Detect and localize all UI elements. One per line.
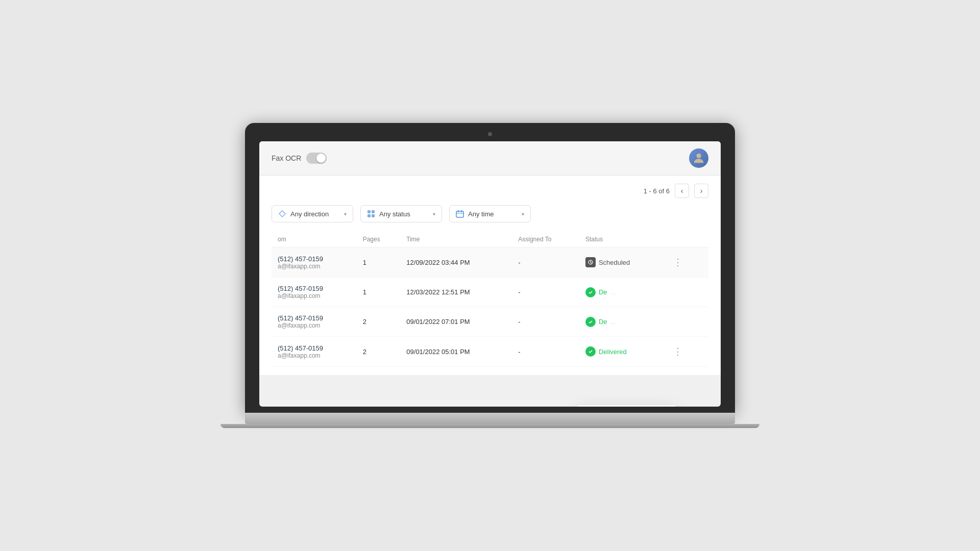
status-cell: Delivered: [579, 337, 664, 367]
actions-cell: [663, 307, 708, 337]
status-chevron-icon: ▾: [433, 211, 435, 217]
svg-rect-3: [368, 210, 371, 213]
status-icon: [367, 210, 375, 218]
direction-chevron-icon: ▾: [344, 211, 347, 217]
pages-cell: 1: [357, 278, 401, 307]
fax-ocr-toggle[interactable]: [306, 153, 327, 164]
laptop-foot: [220, 424, 760, 428]
table-row: (512) 457-0159 a@ifaxapp.com 2 09/01/202…: [272, 337, 708, 367]
status-cell: De ...: [579, 307, 664, 337]
col-pages: Pages: [357, 232, 401, 247]
delivered-icon: [585, 346, 596, 357]
status-label: Scheduled: [599, 259, 630, 266]
col-time: Time: [400, 232, 512, 247]
time-chevron-icon: ▾: [522, 211, 524, 217]
pages-cell: 2: [357, 307, 401, 337]
actions-cell: ⋮: [663, 247, 708, 278]
time-cell: 09/01/2022 05:01 PM: [400, 337, 512, 367]
status-badge-scheduled: Scheduled: [585, 257, 657, 267]
direction-filter-label: Any direction: [290, 210, 329, 218]
more-actions-button[interactable]: ⋮: [669, 255, 702, 270]
from-cell: (512) 457-0159 a@ifaxapp.com: [272, 278, 357, 307]
email-address: a@ifaxapp.com: [278, 322, 351, 329]
table-row: (512) 457-0159 a@ifaxapp.com 1 12/03/202…: [272, 278, 708, 307]
status-label: De: [599, 318, 607, 325]
status-label: Delivered: [599, 348, 627, 356]
assigned-cell: -: [512, 307, 579, 337]
assigned-cell: -: [512, 247, 579, 278]
phone-number: (512) 457-0159: [278, 344, 351, 352]
pages-cell: 1: [357, 247, 401, 278]
svg-rect-4: [372, 210, 375, 213]
actions-cell: [663, 278, 708, 307]
laptop-base: [245, 413, 735, 424]
fax-ocr-label: Fax OCR: [272, 154, 301, 162]
status-cell: De ...: [579, 278, 664, 307]
status-cell: Scheduled: [579, 247, 664, 278]
more-actions-button[interactable]: ⋮: [669, 344, 702, 359]
delivered-icon: [585, 317, 596, 327]
assigned-cell: -: [512, 337, 579, 367]
screen-bezel: Fax OCR 1 - 6 of 6 ‹ ›: [245, 123, 735, 413]
status-filter-label: Any status: [379, 210, 410, 218]
direction-icon: [278, 210, 286, 218]
app-header: Fax OCR: [259, 141, 721, 176]
app-content: 1 - 6 of 6 ‹ › Any direction: [259, 176, 721, 375]
time-cell: 12/09/2022 03:44 PM: [400, 247, 512, 278]
screen: Fax OCR 1 - 6 of 6 ‹ ›: [259, 141, 721, 407]
svg-rect-6: [372, 214, 375, 217]
fax-table: om Pages Time Assigned To Status: [272, 232, 708, 367]
email-address: a@ifaxapp.com: [278, 292, 351, 299]
status-filter[interactable]: Any status ▾: [360, 205, 442, 222]
status-badge-delivered: De ...: [585, 287, 657, 297]
svg-rect-5: [368, 214, 371, 217]
context-menu: Send Now Reschedule: [576, 405, 678, 407]
svg-line-13: [591, 262, 592, 263]
phone-number: (512) 457-0159: [278, 285, 351, 292]
next-page-button[interactable]: ›: [694, 184, 708, 198]
prev-page-button[interactable]: ‹: [675, 184, 689, 198]
phone-number: (512) 457-0159: [278, 255, 351, 263]
pagination-bar: 1 - 6 of 6 ‹ ›: [272, 184, 708, 198]
phone-number: (512) 457-0159: [278, 314, 351, 322]
col-from: om: [272, 232, 357, 247]
calendar-icon: [456, 210, 464, 218]
time-filter[interactable]: Any time ▾: [449, 205, 531, 222]
direction-filter[interactable]: Any direction ▾: [272, 205, 353, 222]
table-row: (512) 457-0159 a@ifaxapp.com 2 09/01/202…: [272, 307, 708, 337]
table-container: om Pages Time Assigned To Status: [272, 232, 708, 367]
from-cell: (512) 457-0159 a@ifaxapp.com: [272, 337, 357, 367]
svg-point-0: [696, 154, 701, 158]
assigned-cell: -: [512, 278, 579, 307]
status-badge-delivered: De ...: [585, 317, 657, 327]
camera: [488, 132, 492, 136]
table-row: (512) 457-0159 a@ifaxapp.com 1 12/09/202…: [272, 247, 708, 278]
pages-cell: 2: [357, 337, 401, 367]
from-cell: (512) 457-0159 a@ifaxapp.com: [272, 307, 357, 337]
avatar[interactable]: [689, 148, 708, 168]
fax-ocr-section: Fax OCR: [272, 153, 327, 164]
laptop-wrapper: Fax OCR 1 - 6 of 6 ‹ ›: [245, 123, 735, 428]
col-actions: [663, 232, 708, 247]
status-label: De: [599, 288, 607, 296]
status-badge-delivered: Delivered: [585, 346, 657, 357]
filters-row: Any direction ▾ Any status: [272, 205, 708, 222]
actions-cell: ⋮: [663, 337, 708, 367]
delivered-icon: [585, 287, 596, 297]
time-cell: 09/01/2022 07:01 PM: [400, 307, 512, 337]
time-cell: 12/03/2022 12:51 PM: [400, 278, 512, 307]
col-assigned: Assigned To: [512, 232, 579, 247]
from-cell: (512) 457-0159 a@ifaxapp.com: [272, 247, 357, 278]
pagination-text: 1 - 6 of 6: [644, 187, 670, 195]
scheduled-icon: [585, 257, 596, 267]
svg-rect-7: [456, 211, 463, 217]
col-status: Status: [579, 232, 664, 247]
time-filter-label: Any time: [468, 210, 494, 218]
email-address: a@ifaxapp.com: [278, 352, 351, 359]
email-address: a@ifaxapp.com: [278, 263, 351, 270]
